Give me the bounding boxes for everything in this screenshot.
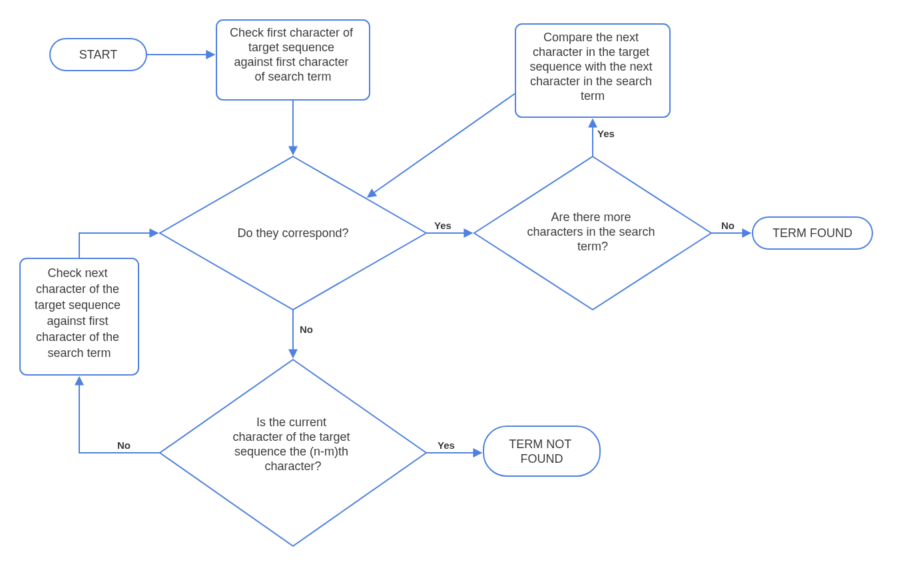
term-found-node: TERM FOUND: [753, 217, 872, 249]
do-correspond-label: Do they correspond?: [237, 226, 348, 240]
edge-isnm-termnotfound-label: Yes: [438, 440, 455, 451]
edge-checknext-correspond: [79, 233, 158, 258]
check-next-node: Check next character of the target seque…: [20, 258, 139, 375]
edge-comparenext-correspond: [368, 93, 515, 197]
svg-rect-8: [483, 426, 600, 476]
check-first-node: Check first character of target sequence…: [216, 20, 370, 100]
term-found-label: TERM FOUND: [772, 226, 852, 240]
edge-morechars-termfound-label: No: [721, 220, 735, 231]
edge-isnm-checknext-label: No: [117, 440, 131, 451]
compare-next-node: Compare the next character in the target…: [515, 24, 670, 117]
edge-correspond-morechars-label: Yes: [434, 220, 452, 231]
start-node: START: [50, 39, 147, 71]
flowchart: START Check first character of target se…: [0, 0, 919, 588]
edge-morechars-comparenext-label: Yes: [597, 128, 615, 139]
term-not-found-node: TERM NOT FOUND: [483, 426, 600, 476]
edge-correspond-isnm-label: No: [300, 324, 313, 335]
do-correspond-node: Do they correspond?: [160, 156, 426, 310]
is-nm-node: Is the current character of the target s…: [160, 360, 426, 546]
start-label: START: [79, 48, 117, 61]
more-chars-node: Are there more characters in the search …: [474, 156, 711, 310]
